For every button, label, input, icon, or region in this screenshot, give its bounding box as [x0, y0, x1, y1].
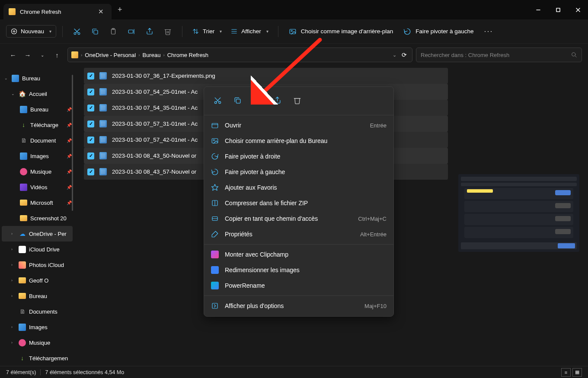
sidebar-item-icloud-drive[interactable]: ›iCloud Drive [0, 241, 74, 257]
sidebar-item-accueil[interactable]: ⌄🏠Accueil [0, 86, 74, 102]
ctx-label: Redimensionner les images [225, 267, 387, 273]
share-button[interactable] [268, 92, 286, 108]
sidebar-item-onedrive[interactable]: ›☁OneDrive - Per [2, 226, 73, 241]
checkbox-icon[interactable] [87, 168, 94, 175]
ctx-set-desktop-bg[interactable]: Choisir comme arrière-plan du Bureau [204, 133, 393, 149]
rename-button[interactable] [123, 24, 140, 39]
ctx-resize-images[interactable]: Redimensionner les images [204, 262, 393, 278]
sidebar-item-bureau2[interactable]: ›Bureau [0, 288, 74, 304]
copy-button[interactable] [87, 24, 103, 39]
set-background-button[interactable]: Choisir comme image d'arrière-plan [284, 25, 397, 38]
ctx-show-more[interactable]: Afficher plus d'optionsMaj+F10 [204, 298, 393, 314]
ctx-rotate-left[interactable]: Faire pivoter à gauche [204, 164, 393, 180]
ctx-properties[interactable]: PropriétésAlt+Entrée [204, 226, 393, 242]
svg-line-25 [575, 56, 577, 57]
maximize-button[interactable] [548, 0, 568, 19]
image-file-icon [99, 168, 107, 175]
checkbox-icon[interactable] [87, 73, 94, 79]
sidebar-item-documents[interactable]: 🗎Document📌 [0, 133, 74, 148]
tab-close-icon[interactable]: ✕ [96, 7, 106, 16]
sidebar-item-bureau-root[interactable]: ⌄Bureau [0, 70, 74, 86]
chevron-right-icon: › [11, 247, 16, 251]
history-button[interactable]: ⌄ [35, 48, 49, 62]
ctx-add-favorites[interactable]: Ajouter aux Favoris [204, 180, 393, 195]
sidebar-item-screenshot[interactable]: Screenshot 20 [0, 210, 74, 226]
rotate-left-label: Faire pivoter à gauche [415, 28, 473, 35]
ctx-compress-zip[interactable]: Compresser dans le fichier ZIP [204, 195, 393, 211]
share-button[interactable] [141, 24, 158, 39]
sidebar-item-downloads[interactable]: ↓Télécharge📌 [0, 117, 74, 133]
search-input[interactable]: Rechercher dans : Chrome Refresh [416, 48, 582, 62]
music-icon [20, 168, 27, 175]
view-details-button[interactable]: ≡ [561, 368, 571, 377]
separator [62, 26, 63, 37]
file-row[interactable]: 2023-01-30 07_36_17-Experiments.png [84, 68, 448, 84]
svg-rect-42 [212, 303, 217, 308]
ctx-open[interactable]: OuvrirEntrée [204, 118, 393, 133]
up-button[interactable]: ↑ [50, 48, 64, 62]
minimize-button[interactable] [528, 0, 548, 19]
ctx-copy-path[interactable]: Copier en tant que chemin d'accèsCtrl+Ma… [204, 211, 393, 226]
sidebar-item-musique2[interactable]: ›Musique [0, 335, 74, 350]
desktop-icon [20, 106, 27, 113]
images-icon [20, 152, 27, 160]
checkbox-icon[interactable] [87, 137, 94, 143]
view-thumbnails-button[interactable]: ▦ [572, 368, 582, 377]
sidebar-item-images2[interactable]: ›Images [0, 319, 74, 335]
delete-button[interactable] [160, 24, 176, 39]
document-icon: 🗎 [20, 137, 27, 144]
breadcrumb[interactable]: › OneDrive - Personal › Bureau › Chrome … [67, 48, 412, 62]
sidebar-item-bureau[interactable]: Bureau📌 [0, 102, 74, 117]
breadcrumb-part[interactable]: Chrome Refresh [167, 52, 208, 58]
checkbox-icon[interactable] [87, 105, 94, 111]
title-bar: Chrome Refresh ✕ + [0, 0, 588, 19]
ctx-powerrename[interactable]: PowerRename [204, 278, 393, 293]
file-name: 2023-01-30 07_54_35-01net - Ac [112, 105, 198, 111]
sidebar-item-music[interactable]: Musique📌 [0, 164, 74, 179]
ctx-rotate-right[interactable]: Faire pivoter à droite [204, 149, 393, 164]
close-button[interactable] [568, 0, 588, 19]
images-icon [19, 324, 26, 331]
copy-button[interactable] [228, 92, 246, 108]
sidebar-item-microsoft[interactable]: Microsoft📌 [0, 195, 74, 210]
chevron-down-icon[interactable]: ⌄ [393, 52, 396, 58]
forward-button[interactable]: → [21, 48, 35, 62]
sidebar-item-images[interactable]: Images📌 [0, 148, 74, 164]
checkbox-icon[interactable] [87, 121, 94, 127]
chevron-right-icon: › [11, 340, 16, 345]
ctx-clipchamp[interactable]: Monter avec Clipchamp [204, 247, 393, 262]
view-button[interactable]: Afficher ▾ [227, 25, 272, 38]
breadcrumb-part[interactable]: OneDrive - Personal [85, 52, 136, 58]
paste-button[interactable] [105, 24, 121, 39]
file-name: 2023-01-30 08_43_50-Nouvel or [112, 152, 196, 159]
sidebar-item-videos[interactable]: Vidéos📌 [0, 179, 74, 195]
delete-button[interactable] [288, 92, 306, 108]
new-button[interactable]: Nouveau ▾ [6, 25, 56, 38]
sidebar-label: Images [29, 324, 48, 330]
svg-rect-14 [128, 30, 133, 33]
context-menu: OuvrirEntrée Choisir comme arrière-plan … [204, 86, 394, 317]
new-tab-button[interactable]: + [112, 5, 128, 14]
sidebar-scrollbar[interactable] [72, 75, 73, 211]
back-button[interactable]: ← [6, 48, 20, 62]
refresh-button[interactable]: ⟳ [402, 51, 407, 58]
sort-button[interactable]: Trier ▾ [189, 25, 225, 38]
checkbox-icon[interactable] [87, 89, 94, 95]
sidebar-item-documents2[interactable]: ›🗎Documents [0, 304, 74, 319]
sidebar-item-geoff[interactable]: ›Geoff O [0, 273, 74, 288]
cut-button[interactable] [208, 92, 227, 108]
checkbox-icon[interactable] [87, 152, 94, 159]
breadcrumb-sep: › [138, 53, 140, 57]
image-file-icon [99, 120, 107, 127]
window-tab[interactable]: Chrome Refresh ✕ [3, 4, 112, 19]
ctx-shortcut: Maj+F10 [364, 303, 387, 309]
sidebar-item-telecharg2[interactable]: ›↓Téléchargemen [0, 350, 74, 366]
ctx-label: Copier en tant que chemin d'accès [225, 215, 352, 222]
sidebar-item-photos-icloud[interactable]: ›Photos iCloud [0, 257, 74, 273]
more-button[interactable]: ··· [480, 24, 498, 38]
rename-button[interactable] [248, 92, 266, 108]
cut-button[interactable] [69, 24, 85, 39]
sidebar-label: Documents [29, 308, 58, 315]
rotate-left-button[interactable]: Faire pivoter à gauche [399, 25, 478, 38]
breadcrumb-part[interactable]: Bureau [142, 52, 160, 58]
